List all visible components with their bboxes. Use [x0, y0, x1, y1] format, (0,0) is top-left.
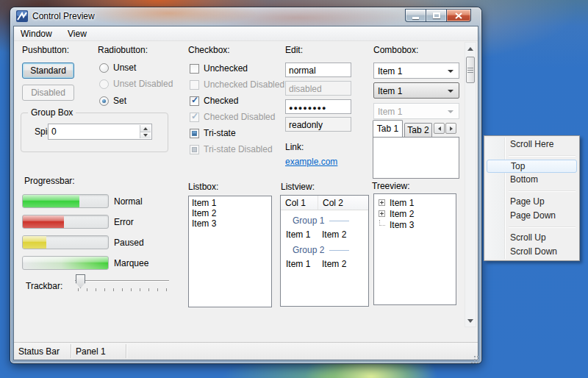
radio-label: Unset Disabled — [113, 79, 173, 89]
progressbar-error-label: Error — [114, 217, 134, 227]
scroll-down-button[interactable] — [465, 315, 476, 327]
listview-group-header[interactable]: Group 1 — [293, 215, 349, 226]
menu-view[interactable]: View — [61, 26, 93, 41]
checkbox-label: Checked Disabled — [204, 112, 275, 122]
spinner-value: 0 — [51, 126, 57, 137]
menu-item-scroll-up[interactable]: Scroll Up — [486, 231, 578, 245]
checkbox-icon — [190, 64, 199, 74]
example-link[interactable]: example.com — [285, 157, 337, 167]
combobox-label: Combobox: — [373, 45, 418, 55]
spinner-buttons — [140, 125, 151, 138]
scrollbar-context-menu: Scroll Here Top Bottom Page Up Page Down… — [484, 135, 580, 261]
spinner-field[interactable]: 0 — [48, 124, 152, 140]
vertical-scrollbar[interactable] — [465, 42, 476, 327]
menu-item-page-down[interactable]: Page Down — [486, 209, 578, 223]
listview-group-header[interactable]: Group 2 — [293, 245, 349, 255]
up-arrow-icon — [143, 127, 148, 130]
combobox-value: Item 1 — [378, 107, 402, 117]
checkbox-icon — [190, 129, 199, 138]
minimize-button[interactable] — [405, 9, 426, 22]
menu-item-bottom[interactable]: Bottom — [486, 173, 578, 187]
tree-item[interactable]: Item 3 — [377, 219, 456, 230]
listview[interactable]: Col 1 Col 2 Group 1 Item 1 Item 2 Group … — [280, 195, 369, 307]
column-header-col1[interactable]: Col 1 — [281, 196, 318, 210]
progressbar-marquee — [22, 256, 109, 270]
progress-fill — [23, 236, 46, 249]
expand-plus-icon[interactable] — [379, 199, 385, 206]
listview-label: Listview: — [281, 182, 315, 192]
maximize-icon — [433, 13, 440, 18]
menu-window[interactable]: Window — [14, 26, 59, 41]
tab-scroll-left-button[interactable] — [434, 123, 445, 134]
tab-scroll-right-button[interactable] — [445, 123, 456, 134]
checkbox-label: Checked — [204, 96, 238, 106]
cell: Item 2 — [322, 259, 346, 269]
titlebar[interactable]: Control Preview — [10, 7, 481, 26]
minimize-icon — [412, 17, 419, 19]
checkbox-checked-disabled: Checked Disabled — [190, 112, 275, 122]
edit-password-input[interactable]: ●●●●●●●● — [285, 99, 351, 114]
menu-item-top[interactable]: Top — [487, 160, 577, 173]
trackbar-label: Trackbar: — [26, 281, 62, 291]
tab-2[interactable]: Tab 2 — [404, 123, 432, 137]
progressbar-normal-label: Normal — [114, 196, 143, 207]
listbox-label: Listbox: — [188, 182, 218, 192]
edit-normal-input[interactable]: normal — [285, 63, 351, 77]
edit-readonly-input[interactable]: readonly — [285, 117, 351, 132]
menu-item-scroll-down[interactable]: Scroll Down — [486, 245, 578, 259]
left-arrow-icon — [438, 126, 441, 131]
combobox-hot[interactable]: Item 1 — [373, 82, 459, 99]
thumb-grip — [467, 70, 473, 71]
close-button[interactable] — [447, 9, 471, 22]
menu-item-page-up[interactable]: Page Up — [486, 195, 578, 209]
app-icon — [16, 10, 28, 22]
listbox[interactable]: Item 1 Item 2 Item 3 — [188, 196, 272, 307]
progressbar-marquee-label: Marquee — [114, 258, 148, 268]
standard-button[interactable]: Standard — [22, 63, 74, 79]
maximize-button[interactable] — [426, 9, 447, 22]
list-item[interactable]: Item 3 — [192, 218, 271, 229]
radio-set[interactable]: Set — [99, 96, 126, 106]
spinner-down-button[interactable] — [140, 132, 151, 138]
tree-item[interactable]: Item 1 — [377, 197, 456, 208]
checkbox-unchecked[interactable]: Unchecked — [190, 63, 248, 74]
cell: Item 1 — [286, 259, 322, 269]
status-separator — [71, 344, 71, 358]
right-arrow-icon — [450, 126, 453, 131]
spinner-up-button[interactable] — [140, 125, 151, 132]
menu-item-scroll-here[interactable]: Scroll Here — [486, 138, 578, 151]
checkbox-icon — [190, 80, 199, 90]
scroll-up-button[interactable] — [465, 43, 476, 54]
radio-label: Set — [113, 96, 126, 106]
tree-item[interactable]: Item 2 — [377, 208, 456, 219]
expand-plus-icon[interactable] — [379, 210, 385, 217]
resize-grip[interactable] — [474, 356, 476, 357]
checkbox-icon — [190, 145, 199, 154]
radio-icon — [99, 63, 109, 73]
vertical-scrollbar-thumb[interactable] — [466, 57, 475, 83]
list-item[interactable]: Item 2 — [192, 208, 271, 218]
tab-1[interactable]: Tab 1 — [373, 120, 403, 137]
radiobutton-label: Radiobutton: — [98, 45, 148, 55]
progressbar-paused — [22, 235, 109, 249]
checkbox-checked[interactable]: Checked — [190, 96, 238, 106]
chevron-down-icon — [448, 110, 453, 113]
group-box-label: Group Box — [28, 107, 76, 118]
up-arrow-icon — [467, 47, 473, 51]
column-header-col2[interactable]: Col 2 — [318, 196, 368, 210]
table-row[interactable]: Item 1 Item 2 — [281, 229, 368, 240]
checkbox-tristate[interactable]: Tri-state — [190, 128, 236, 138]
combobox-normal[interactable]: Item 1 — [373, 63, 459, 79]
radio-unset[interactable]: Unset — [99, 63, 136, 73]
window-title: Control Preview — [32, 11, 95, 21]
treeview[interactable]: Item 1 Item 2 Item 3 — [373, 193, 456, 305]
group-name: Group 2 — [293, 245, 324, 255]
desktop: Control Preview Window View Pushbutton: … — [0, 0, 588, 378]
trackbar-track[interactable] — [75, 280, 169, 282]
chevron-down-icon — [448, 70, 453, 73]
combobox-disabled: Item 1 — [373, 103, 459, 119]
table-row[interactable]: Item 1 Item 2 — [281, 259, 368, 269]
trackbar-thumb[interactable] — [76, 274, 85, 288]
disabled-button: Disabled — [22, 85, 74, 101]
list-item[interactable]: Item 1 — [192, 198, 271, 208]
